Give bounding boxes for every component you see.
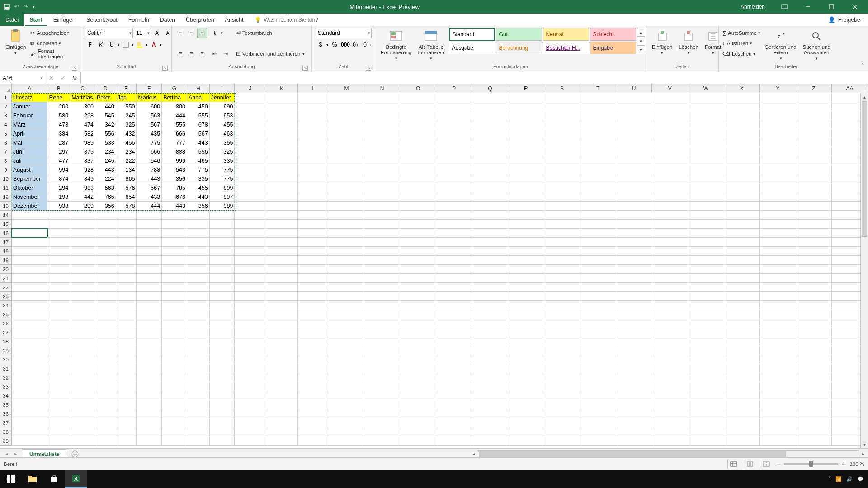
cell[interactable] [796,328,832,337]
select-all-corner[interactable] [0,84,12,93]
cell[interactable] [47,265,70,274]
cell[interactable] [688,202,724,211]
cell[interactable] [760,418,796,427]
cell[interactable] [508,355,544,364]
cell[interactable] [508,174,544,183]
cell[interactable] [137,265,162,274]
cut-button[interactable]: ✂Ausschneiden [30,28,77,38]
cell[interactable]: 478 [47,120,70,129]
cell[interactable]: Bettina [162,93,187,102]
cell[interactable] [616,202,652,211]
cell[interactable] [116,328,137,337]
cell[interactable] [436,400,472,409]
cell[interactable] [688,256,724,265]
cell[interactable] [760,382,796,391]
cell[interactable] [47,328,70,337]
cell[interactable] [580,364,616,373]
cell[interactable] [329,247,364,256]
cell[interactable] [616,328,652,337]
cell[interactable] [266,111,298,120]
cell[interactable] [688,165,724,174]
cell[interactable] [760,129,796,138]
cell[interactable] [235,247,266,256]
cell[interactable] [508,283,544,292]
cell[interactable] [70,247,95,256]
cell[interactable] [724,301,760,310]
cell[interactable] [298,400,330,409]
cell[interactable]: Jan [116,93,137,102]
cell[interactable] [235,310,266,319]
cell[interactable] [796,120,832,129]
cell[interactable] [508,165,544,174]
cell[interactable] [436,328,472,337]
cell[interactable] [12,436,48,446]
cell[interactable] [210,364,235,373]
cell[interactable] [508,156,544,165]
cell[interactable] [400,265,436,274]
cell[interactable] [508,183,544,192]
cell[interactable] [796,436,832,446]
cell[interactable] [400,436,436,446]
cell[interactable] [210,238,235,247]
cell[interactable] [187,256,210,265]
cell[interactable] [235,274,266,283]
cell[interactable] [210,220,235,229]
cell[interactable] [652,427,689,436]
column-header[interactable]: J [235,84,266,93]
cell[interactable] [162,373,187,382]
cell[interactable] [298,265,330,274]
cell[interactable] [544,120,580,129]
cell[interactable] [472,382,509,391]
cell[interactable] [616,265,652,274]
tray-volume-icon[interactable]: 🔊 [846,476,853,482]
cell[interactable] [70,355,95,364]
cell[interactable] [436,292,472,301]
cell[interactable] [266,373,298,382]
tell-me[interactable]: 💡 Was möchten Sie tun? [249,14,324,26]
cell[interactable] [162,436,187,446]
cell[interactable] [266,120,298,129]
find-select-button[interactable]: Suchen und Auswählen▾ [801,28,832,61]
cell[interactable] [436,220,472,229]
cell[interactable] [95,355,116,364]
cell[interactable] [652,310,689,319]
fill-color-icon[interactable] [135,40,145,50]
cell[interactable]: 837 [70,156,95,165]
cell[interactable] [12,292,48,301]
cell[interactable] [95,319,116,328]
cell[interactable]: 443 [95,165,116,174]
cell[interactable] [235,174,266,183]
cell[interactable] [235,373,266,382]
minimize-icon[interactable] [797,0,818,14]
cell[interactable] [688,211,724,220]
cell[interactable] [796,301,832,310]
cell[interactable]: 938 [47,202,70,211]
cell[interactable] [400,247,436,256]
row-header[interactable]: 37 [0,418,12,427]
cell[interactable] [235,355,266,364]
cell[interactable] [580,229,616,238]
cell[interactable] [760,337,796,346]
cell[interactable]: 785 [162,183,187,192]
cell[interactable] [400,238,436,247]
align-middle-icon[interactable]: ≡ [186,28,196,38]
cell[interactable] [298,211,330,220]
cell[interactable] [436,247,472,256]
cell[interactable] [544,364,580,373]
cell[interactable] [652,319,689,328]
cell[interactable] [235,102,266,111]
cell[interactable] [364,138,401,147]
cell[interactable] [760,211,796,220]
cell[interactable] [580,174,616,183]
cell[interactable] [210,292,235,301]
cell[interactable] [329,310,364,319]
cell[interactable] [436,265,472,274]
cell[interactable]: 775 [187,165,210,174]
cell[interactable] [544,328,580,337]
cell[interactable] [616,382,652,391]
cell[interactable] [472,418,509,427]
cell[interactable] [137,292,162,301]
row-header[interactable]: 12 [0,192,12,202]
file-explorer-icon[interactable] [22,470,43,488]
cell[interactable] [724,93,760,102]
